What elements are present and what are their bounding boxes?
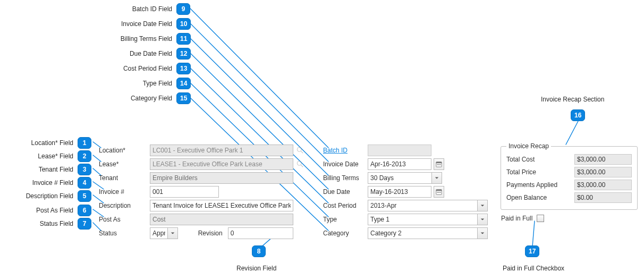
type-field[interactable]: [368, 214, 477, 225]
chevron-down-icon[interactable]: [477, 227, 488, 239]
callout-12: Due Date Field 12: [104, 48, 191, 60]
status-label: Status: [99, 230, 150, 237]
recap-total-price-label: Total Price: [506, 168, 574, 176]
callout-6: Post As Field 6: [10, 205, 95, 216]
recap-row: Total Price $3,000.00: [506, 166, 632, 179]
tenant-label: Tenant: [99, 174, 150, 182]
batch-id-field: [368, 145, 431, 156]
invoice-number-field[interactable]: [150, 186, 219, 198]
batch-id-link[interactable]: Batch ID: [323, 147, 348, 154]
svg-line-11: [301, 151, 303, 153]
callout-8: 8: [252, 245, 266, 257]
chevron-down-icon[interactable]: [477, 214, 488, 225]
description-label: Description: [99, 202, 150, 209]
callout-7: Status Field 7: [10, 218, 95, 230]
type-label: Type: [323, 216, 368, 223]
calendar-icon[interactable]: [434, 186, 444, 198]
recap-row: Total Cost $3,000.00: [506, 153, 632, 166]
callout-17: 17: [525, 245, 539, 257]
recap-total-price-value: $3,000.00: [574, 167, 632, 177]
paid-in-full-checkbox[interactable]: [537, 215, 544, 222]
recap-open-balance-label: Open Balance: [506, 194, 574, 201]
callout-9: Batch ID Field 9: [106, 3, 191, 15]
svg-rect-23: [440, 192, 441, 193]
svg-line-8: [566, 121, 578, 145]
revision-label: Revision: [198, 230, 223, 237]
recap-open-balance-value: $0.00: [574, 192, 632, 203]
post-as-field: Cost: [150, 214, 293, 225]
svg-rect-16: [437, 164, 438, 165]
category-field[interactable]: [368, 227, 477, 239]
chevron-down-icon[interactable]: [431, 172, 442, 184]
search-icon: [296, 160, 304, 168]
billing-terms-field[interactable]: [368, 172, 431, 184]
svg-rect-21: [437, 192, 438, 193]
invoice-recap-legend: Invoice Recap: [506, 142, 551, 150]
paid-in-full-row: Paid in Full: [501, 215, 544, 222]
svg-rect-20: [436, 190, 442, 191]
callout-15: Category Field 15: [106, 92, 191, 104]
post-as-label: Post As: [99, 216, 150, 223]
cost-period-label: Cost Period: [323, 202, 368, 209]
paid-in-full-label: Paid in Full: [501, 215, 532, 222]
svg-rect-17: [438, 164, 439, 165]
location-label: Location*: [99, 147, 150, 154]
svg-rect-15: [436, 162, 442, 164]
search-icon: [296, 147, 304, 154]
recap-row: Open Balance $0.00: [506, 191, 632, 204]
recap-payments-label: Payments Applied: [506, 181, 574, 189]
invoice-date-label: Invoice Date: [323, 160, 368, 168]
recap-payments-value: $3,000.00: [574, 180, 632, 190]
due-date-field[interactable]: [368, 186, 431, 198]
callout-8-label: Revision Field: [236, 265, 276, 272]
callout-16: 16: [571, 109, 585, 121]
svg-point-10: [297, 147, 301, 151]
lease-field: LEASE1 - Executive Office Park Lease: [150, 158, 293, 170]
status-field[interactable]: [150, 227, 167, 239]
callout-11: Billing Terms Field 11: [96, 33, 191, 45]
tenant-field: Empire Builders: [150, 172, 293, 184]
callout-17-label: Paid in Full Checkbox: [503, 265, 564, 272]
invoice-date-field[interactable]: [368, 158, 431, 170]
chevron-down-icon[interactable]: [167, 227, 178, 239]
invoice-number-label: Invoice #: [99, 188, 150, 196]
callout-2: Lease* Field 2: [10, 150, 95, 162]
svg-line-9: [532, 221, 535, 247]
svg-line-13: [301, 165, 303, 167]
callout-4: Invoice # Field 4: [10, 177, 95, 189]
callout-14: Type Field 14: [121, 78, 191, 89]
callout-1: Location* Field 1: [10, 137, 95, 149]
due-date-label: Due Date: [323, 188, 368, 196]
svg-rect-18: [440, 164, 441, 165]
location-field: LC001 - Executive Office Park 1: [150, 145, 293, 156]
callout-13: Cost Period Field 13: [97, 63, 191, 74]
revision-field[interactable]: [228, 227, 293, 239]
form-area: Location* LC001 - Executive Office Park …: [99, 143, 492, 240]
calendar-icon[interactable]: [434, 158, 444, 170]
category-label: Category: [323, 230, 368, 237]
svg-rect-22: [438, 192, 439, 193]
callout-3: Tenant Field 3: [10, 164, 95, 175]
invoice-recap-section: Invoice Recap Total Cost $3,000.00 Total…: [501, 142, 638, 210]
callout-10: Invoice Date Field 10: [96, 18, 191, 30]
recap-row: Payments Applied $3,000.00: [506, 179, 632, 191]
callout-5: Description Field 5: [0, 190, 95, 202]
billing-terms-label: Billing Terms: [323, 174, 368, 182]
lease-label: Lease*: [99, 160, 150, 168]
recap-total-cost-label: Total Cost: [506, 156, 574, 163]
svg-point-12: [297, 161, 301, 165]
recap-total-cost-value: $3,000.00: [574, 154, 632, 165]
chevron-down-icon[interactable]: [477, 200, 488, 211]
callout-16-label: Invoice Recap Section: [541, 96, 604, 103]
description-field[interactable]: [150, 200, 293, 211]
cost-period-field[interactable]: [368, 200, 477, 211]
